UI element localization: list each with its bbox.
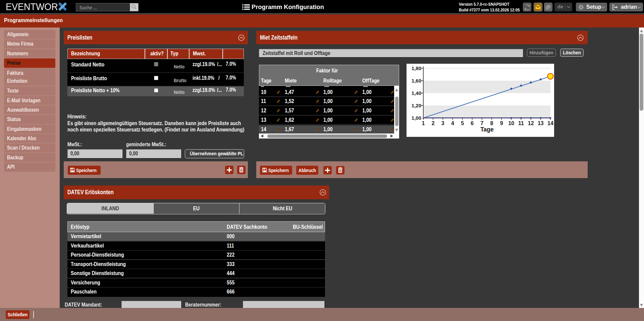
- svg-text:1,40: 1,40: [412, 90, 421, 96]
- svg-text:2: 2: [432, 120, 435, 126]
- svg-text:1: 1: [422, 120, 425, 126]
- svg-text:3: 3: [441, 120, 444, 126]
- svg-text:1,60: 1,60: [412, 78, 421, 84]
- svg-text:10: 10: [508, 120, 514, 126]
- svg-text:Tage: Tage: [480, 126, 494, 133]
- svg-text:6: 6: [471, 120, 474, 126]
- svg-text:9: 9: [500, 120, 503, 126]
- svg-text:4: 4: [451, 120, 454, 126]
- svg-text:13: 13: [538, 120, 544, 126]
- svg-text:12: 12: [528, 120, 534, 126]
- svg-text:11: 11: [518, 120, 524, 126]
- svg-text:5: 5: [461, 120, 464, 126]
- svg-text:1,20: 1,20: [412, 103, 421, 108]
- svg-text:7: 7: [480, 120, 483, 126]
- svg-text:8: 8: [490, 120, 493, 126]
- svg-text:14: 14: [547, 120, 553, 126]
- svg-text:1,00: 1,00: [412, 115, 421, 121]
- svg-text:1,80: 1,80: [412, 65, 421, 71]
